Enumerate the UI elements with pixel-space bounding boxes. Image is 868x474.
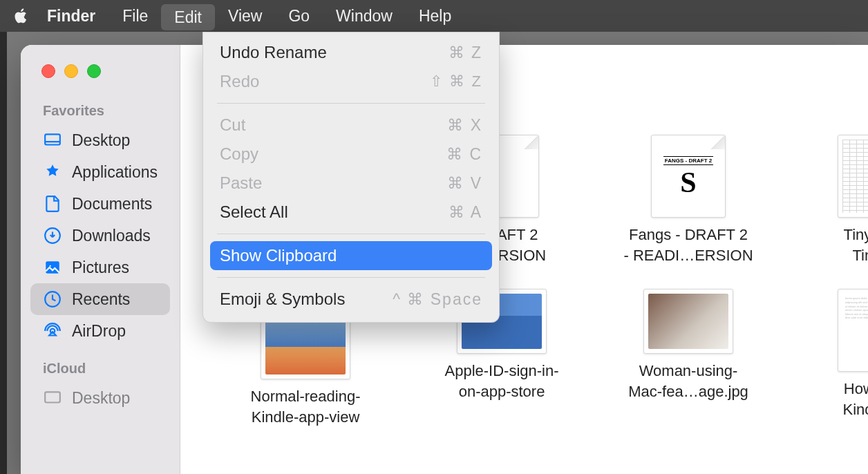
sidebar-item-documents[interactable]: Documents <box>30 188 170 220</box>
sidebar-item-airdrop[interactable]: AirDrop <box>30 315 170 347</box>
menu-separator <box>217 103 485 104</box>
file-item[interactable]: FANGS - DRAFT 2 S Fangs - DRAFT 2 - READ… <box>616 135 761 265</box>
menu-item-label: Redo <box>220 72 259 91</box>
menubar-app-name[interactable]: Finder <box>33 0 109 32</box>
file-label: Normal-reading- Kindle-app-view <box>229 386 381 427</box>
desktop-icon <box>43 388 62 408</box>
file-thumbnail <box>261 314 350 379</box>
sidebar-item-label: Desktop <box>72 389 130 408</box>
menu-separator <box>217 234 485 234</box>
file-thumbnail: lorem ipsum dolor sit amet consectetur a… <box>838 289 868 372</box>
sidebar-favorites-list: Desktop Applications Documents Downloads… <box>21 124 180 361</box>
menubar-item-edit[interactable]: Edit <box>161 4 215 30</box>
menu-shortcut: ^ ⌘ Space <box>393 290 482 309</box>
file-label: Fangs - DRAFT 2 - READI…ERSION <box>612 225 764 265</box>
file-label: Woman-using- Mac-fea…age.jpg <box>612 361 764 401</box>
menubar-item-help[interactable]: Help <box>406 0 464 32</box>
menu-item-paste: Paste ⌘ V <box>203 169 499 198</box>
menu-item-label: Cut <box>220 115 245 135</box>
menu-shortcut: ⌘ V <box>447 174 482 193</box>
sidebar-item-label: Applications <box>72 163 158 182</box>
menu-item-select-all[interactable]: Select All ⌘ A <box>203 198 499 227</box>
sidebar-item-downloads[interactable]: Downloads <box>30 220 170 252</box>
sidebar-group-favorites: Favorites <box>21 103 180 124</box>
apple-menu[interactable] <box>10 0 33 32</box>
menu-shortcut: ⌘ A <box>449 203 482 222</box>
menu-item-label: Show Clipboard <box>220 246 337 265</box>
desktop-icon <box>43 131 62 150</box>
menu-shortcut: ⌘ C <box>446 145 482 164</box>
menu-shortcut: ⌘ Z <box>449 44 482 62</box>
applications-icon <box>43 162 62 182</box>
file-item[interactable]: Tiny Knitt Timing <box>802 135 868 265</box>
pictures-icon <box>43 258 62 277</box>
scrivener-logo: S <box>680 168 696 197</box>
menu-item-label: Copy <box>220 144 258 164</box>
menu-shortcut: ⌘ X <box>447 116 482 135</box>
sidebar-item-label: Desktop <box>72 131 130 150</box>
sidebar-item-icloud-desktop[interactable]: Desktop <box>30 382 170 414</box>
menu-item-emoji-symbols[interactable]: Emoji & Symbols ^ ⌘ Space <box>203 285 499 314</box>
file-label: Tiny Knitt Timing <box>799 225 868 265</box>
sidebar-group-icloud: iCloud <box>21 361 180 382</box>
sidebar-item-label: AirDrop <box>72 322 126 341</box>
sidebar-icloud-list: Desktop <box>21 382 180 428</box>
minimize-button[interactable] <box>64 64 78 78</box>
file-thumbnail <box>838 135 868 218</box>
file-thumbnail: FANGS - DRAFT 2 S <box>651 135 726 218</box>
file-thumbnail <box>643 289 733 354</box>
file-label: How to U Kindle for <box>799 379 868 419</box>
sidebar-item-applications[interactable]: Applications <box>30 156 170 188</box>
window-traffic-lights <box>21 64 180 78</box>
menu-item-label: Undo Rename <box>220 43 327 62</box>
file-item[interactable]: Woman-using- Mac-fea…age.jpg <box>616 289 761 401</box>
menu-item-label: Paste <box>220 173 262 193</box>
document-icon <box>43 194 62 214</box>
thumbnail-caption: FANGS - DRAFT 2 <box>663 156 713 165</box>
zoom-button[interactable] <box>87 64 101 78</box>
sidebar-item-desktop[interactable]: Desktop <box>30 124 170 156</box>
close-button[interactable] <box>41 64 55 78</box>
sidebar-item-label: Recents <box>72 290 130 309</box>
menu-item-label: Select All <box>220 202 288 222</box>
airdrop-icon <box>43 321 62 341</box>
svg-rect-7 <box>45 392 60 402</box>
menubar-item-go[interactable]: Go <box>275 0 323 32</box>
sidebar-item-label: Documents <box>72 195 152 214</box>
sidebar-item-label: Pictures <box>72 258 129 277</box>
menu-separator <box>217 277 485 278</box>
menu-item-redo: Redo ⇧ ⌘ Z <box>203 67 499 96</box>
edit-menu-dropdown: Undo Rename ⌘ Z Redo ⇧ ⌘ Z Cut ⌘ X Copy … <box>202 32 500 323</box>
sidebar-item-recents[interactable]: Recents <box>30 283 170 315</box>
menubar-item-file[interactable]: File <box>109 0 161 32</box>
sidebar-item-pictures[interactable]: Pictures <box>30 252 170 283</box>
finder-sidebar: Favorites Desktop Applications Documents… <box>21 45 180 474</box>
menu-shortcut: ⇧ ⌘ Z <box>430 73 482 91</box>
file-item[interactable]: lorem ipsum dolor sit amet consectetur a… <box>802 289 868 419</box>
menu-item-show-clipboard[interactable]: Show Clipboard <box>210 241 492 270</box>
file-label: Apple-ID-sign-in- on-app-store <box>426 361 578 401</box>
menu-item-undo[interactable]: Undo Rename ⌘ Z <box>203 38 499 67</box>
menubar-item-window[interactable]: Window <box>323 0 406 32</box>
menu-item-copy: Copy ⌘ C <box>203 140 499 169</box>
macos-menubar: Finder File Edit View Go Window Help <box>0 0 868 32</box>
menu-item-label: Emoji & Symbols <box>220 290 345 309</box>
svg-rect-0 <box>45 134 60 144</box>
sidebar-item-label: Downloads <box>72 227 151 245</box>
file-item[interactable]: Normal-reading- Kindle-app-view <box>233 314 378 427</box>
menu-item-cut: Cut ⌘ X <box>203 111 499 140</box>
download-icon <box>43 226 62 245</box>
recents-icon <box>43 290 62 309</box>
menubar-item-view[interactable]: View <box>215 0 275 32</box>
